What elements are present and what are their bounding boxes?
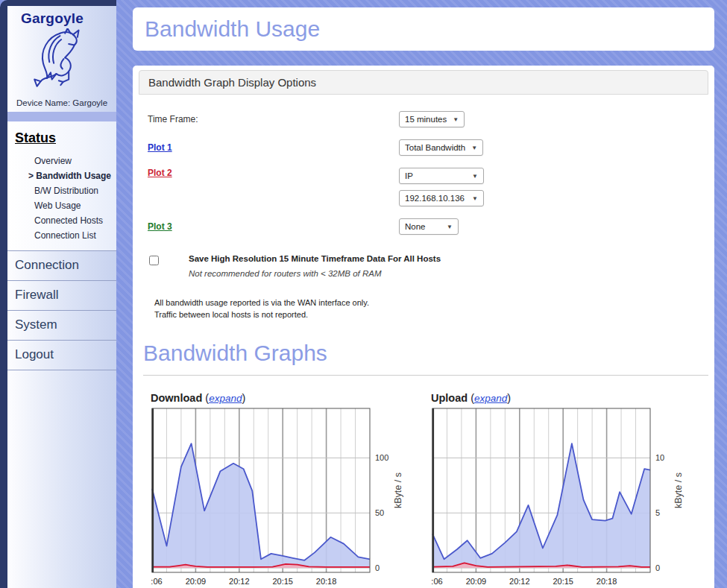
plot2-type-select[interactable]: IP ▼ bbox=[399, 168, 484, 184]
options-fieldset-body: Time Frame: 15 minutes ▼ Plot 1 Total Ba… bbox=[139, 95, 708, 330]
time-frame-row: Time Frame: 15 minutes ▼ bbox=[148, 111, 699, 127]
svg-text::06: :06 bbox=[431, 577, 442, 586]
sidebar-item-overview[interactable]: Overview bbox=[7, 154, 116, 168]
time-frame-select[interactable]: 15 minutes ▼ bbox=[399, 111, 465, 127]
plot3-label-cell: Plot 3 bbox=[148, 221, 399, 232]
caret-down-icon: ▼ bbox=[472, 173, 478, 180]
svg-text:20:18: 20:18 bbox=[597, 577, 617, 586]
sidebar-separator bbox=[7, 112, 116, 121]
save-hires-row: Save High Resolution 15 Minute Timeframe… bbox=[148, 254, 699, 278]
sidebar-section-logout[interactable]: Logout bbox=[7, 340, 116, 370]
sidebar-section-system[interactable]: System bbox=[7, 310, 116, 340]
graphs-row: Download (expand) 050100kByte / s:0620:0… bbox=[139, 376, 708, 588]
download-graph-header: Download (expand) bbox=[151, 392, 412, 404]
svg-text:kByte / s: kByte / s bbox=[393, 472, 403, 508]
status-menu: Overview> Bandwidth UsageB/W Distributio… bbox=[7, 152, 116, 246]
save-hires-text: Save High Resolution 15 Minute Timeframe… bbox=[189, 254, 441, 278]
sidebar-section-connection[interactable]: Connection bbox=[7, 250, 116, 280]
svg-text:100: 100 bbox=[375, 453, 388, 462]
svg-text:5: 5 bbox=[655, 508, 660, 517]
svg-text:20:12: 20:12 bbox=[509, 577, 530, 586]
wan-note: All bandwidth usage reported is via the … bbox=[154, 297, 699, 321]
time-frame-value: 15 minutes bbox=[405, 115, 447, 124]
paren-close: ) bbox=[507, 392, 511, 404]
sidebar-item-b-w-distribution[interactable]: B/W Distribution bbox=[7, 183, 116, 198]
sidebar-item-bandwidth-usage[interactable]: > Bandwidth Usage bbox=[7, 168, 116, 183]
graphs-section-heading: Bandwidth Graphs bbox=[143, 338, 708, 376]
plot3-link[interactable]: Plot 3 bbox=[148, 221, 172, 232]
download-graph: 050100kByte / s:0620:0920:1220:1520:18 bbox=[151, 407, 412, 588]
sidebar-heading-status[interactable]: Status bbox=[7, 121, 116, 152]
options-fieldset: Bandwidth Graph Display Options Time Fra… bbox=[139, 70, 708, 330]
plot3-type-value: None bbox=[405, 222, 426, 231]
logo-box: Gargoyle Device Name: Gargoyle bbox=[7, 6, 116, 112]
svg-text:kByte / s: kByte / s bbox=[673, 472, 684, 508]
plot2-link[interactable]: Plot 2 bbox=[148, 168, 172, 178]
sidebar-item-connection-list[interactable]: Connection List bbox=[7, 228, 116, 243]
page-header-card: Bandwidth Usage bbox=[133, 7, 714, 51]
svg-text:20:12: 20:12 bbox=[229, 577, 250, 586]
sidebar-section-status: Status Overview> Bandwidth UsageB/W Dist… bbox=[7, 121, 116, 250]
plot1-link[interactable]: Plot 1 bbox=[148, 142, 172, 153]
plot2-label-cell: Plot 2 bbox=[148, 168, 399, 178]
caret-down-icon: ▼ bbox=[471, 145, 477, 151]
save-hires-note: Not recommended for routers with < 32MB … bbox=[189, 269, 441, 278]
svg-text:20:09: 20:09 bbox=[466, 577, 487, 586]
svg-text:20:18: 20:18 bbox=[316, 577, 337, 586]
wan-note-line1: All bandwidth usage reported is via the … bbox=[154, 297, 699, 309]
content-card: Bandwidth Graph Display Options Time Fra… bbox=[133, 66, 714, 588]
download-graph-block: Download (expand) 050100kByte / s:0620:0… bbox=[151, 392, 412, 588]
svg-text::06: :06 bbox=[151, 577, 162, 586]
sidebar-sections: ConnectionFirewallSystemLogout bbox=[7, 250, 116, 370]
time-frame-label: Time Frame: bbox=[148, 114, 399, 124]
plot3-row: Plot 3 None ▼ bbox=[148, 218, 699, 235]
download-expand-link[interactable]: expand bbox=[209, 393, 242, 404]
upload-graph-header: Upload (expand) bbox=[431, 392, 692, 404]
plot2-ip-value: 192.168.10.136 bbox=[405, 194, 465, 203]
paren-close: ) bbox=[242, 392, 245, 404]
upload-expand-link[interactable]: expand bbox=[474, 393, 507, 404]
svg-text:0: 0 bbox=[375, 563, 380, 572]
upload-graph-block: Upload (expand) 0510kByte / s:0620:0920:… bbox=[431, 392, 692, 588]
plot2-row: Plot 2 IP ▼ 192.168.10.136 ▼ bbox=[148, 168, 699, 206]
sidebar-inner: Gargoyle Device Name: Gargoyle bbox=[7, 6, 116, 588]
upload-graph-title: Upload bbox=[431, 392, 468, 404]
plot1-type-select[interactable]: Total Bandwidth ▼ bbox=[399, 139, 483, 156]
svg-text:20:09: 20:09 bbox=[186, 577, 207, 586]
svg-text:50: 50 bbox=[375, 508, 384, 517]
device-name: Device Name: Gargoyle bbox=[7, 98, 116, 112]
gargoyle-logo bbox=[20, 28, 104, 97]
plot1-row: Plot 1 Total Bandwidth ▼ bbox=[148, 139, 699, 156]
caret-down-icon: ▼ bbox=[453, 116, 459, 123]
save-hires-label: Save High Resolution 15 Minute Timeframe… bbox=[189, 254, 441, 263]
sidebar-item-connected-hosts[interactable]: Connected Hosts bbox=[7, 213, 116, 228]
sidebar-item-web-usage[interactable]: Web Usage bbox=[7, 198, 116, 213]
plot3-type-select[interactable]: None ▼ bbox=[399, 218, 459, 235]
download-graph-title: Download bbox=[151, 392, 202, 404]
page: { "sidebar": { "logo_title": "Gargoyle",… bbox=[0, 0, 727, 588]
main-content: Bandwidth Usage Bandwidth Graph Display … bbox=[133, 0, 714, 588]
svg-text:10: 10 bbox=[655, 453, 664, 462]
logo-title: Gargoyle bbox=[21, 10, 116, 27]
plot2-type-value: IP bbox=[405, 171, 413, 180]
sidebar-section-firewall[interactable]: Firewall bbox=[7, 280, 116, 310]
save-hires-checkbox[interactable] bbox=[149, 256, 159, 265]
page-title: Bandwidth Usage bbox=[145, 16, 320, 42]
sidebar: Gargoyle Device Name: Gargoyle bbox=[0, 0, 116, 588]
plot2-ip-select[interactable]: 192.168.10.136 ▼ bbox=[399, 190, 484, 206]
caret-down-icon: ▼ bbox=[472, 195, 478, 202]
plot1-type-value: Total Bandwidth bbox=[405, 143, 465, 152]
svg-text:20:15: 20:15 bbox=[553, 577, 573, 586]
svg-text:20:15: 20:15 bbox=[272, 577, 293, 586]
svg-text:0: 0 bbox=[655, 563, 660, 572]
wan-note-line2: Traffic between local hosts is not repor… bbox=[154, 309, 699, 321]
upload-graph: 0510kByte / s:0620:0920:1220:1520:18 bbox=[431, 407, 692, 588]
plot1-label-cell: Plot 1 bbox=[148, 142, 399, 153]
plot2-selects: IP ▼ 192.168.10.136 ▼ bbox=[399, 168, 484, 206]
options-fieldset-header: Bandwidth Graph Display Options bbox=[139, 70, 708, 95]
caret-down-icon: ▼ bbox=[447, 224, 453, 230]
